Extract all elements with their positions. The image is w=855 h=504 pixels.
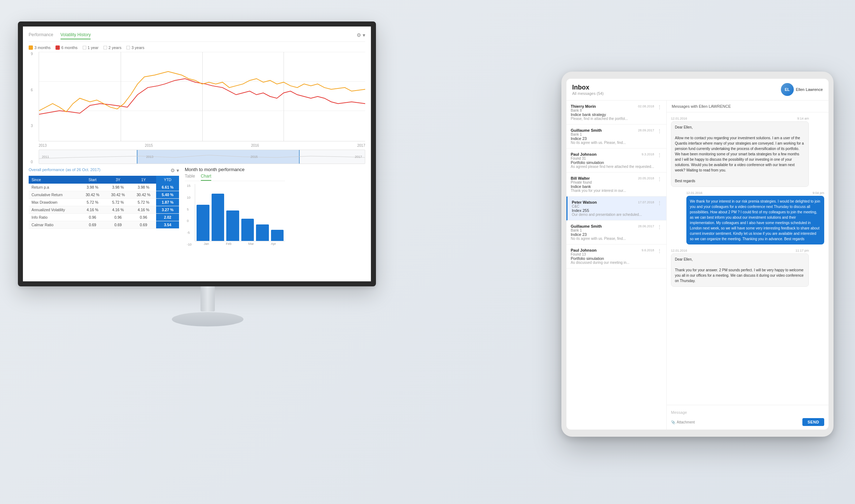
legend-2years[interactable]: 2 years <box>103 45 121 50</box>
monthly-title: Month to month performance <box>185 167 285 172</box>
thread-bubble: Dear Ellen,Allow me to contact you regar… <box>671 121 809 187</box>
msg-date: 20.05.2018 <box>638 176 654 180</box>
message-options-icon[interactable]: ⋮ <box>657 248 662 254</box>
message-item[interactable]: Peter Watson 17.07.2018 C&C Index 255 Ou… <box>566 197 666 220</box>
thread-msg-date: 12.01.2016 <box>671 117 687 120</box>
attachment-button[interactable]: 📎 Attachment <box>671 420 695 424</box>
legend-3months[interactable]: 3 months <box>29 45 50 50</box>
monthly-tab-chart[interactable]: Chart <box>201 174 211 181</box>
legend-6months[interactable]: ✓ 6 months <box>55 45 77 50</box>
message-input[interactable]: Message <box>671 409 824 416</box>
msg-info: Paul Johnson 9.3.2018 Found 31 Portfolio… <box>571 152 654 169</box>
col-start: Start <box>80 176 105 184</box>
msg-info: Bill Walter 20.05.2018 Private found Ind… <box>571 176 654 193</box>
legend-3months-icon <box>29 45 33 50</box>
table-row: 30.42 % <box>80 191 105 199</box>
legend-3months-label: 3 months <box>34 45 50 50</box>
message-options-icon[interactable]: ⋮ <box>657 176 662 182</box>
msg-preview: Our demo and presentation are scheduled.… <box>572 213 654 217</box>
msg-subject: Portfolio simulation <box>571 160 654 165</box>
avatar[interactable]: EL <box>781 83 794 96</box>
x-label-2016: 2016 <box>251 144 259 147</box>
thread-msg-header: 12.01.2016 11:17 pm <box>671 249 809 252</box>
monthly-tab-table[interactable]: Table <box>185 174 195 181</box>
table-row: 4.16 % <box>105 206 131 214</box>
y-label-0: 0 <box>31 160 33 164</box>
legend-2years-label: 2 years <box>108 45 121 50</box>
desktop-monitor: Performance Volatility History ⚙ ▾ 3 mon… <box>18 21 397 326</box>
msg-preview: As discussed during our meeting in... <box>571 261 654 265</box>
x-label-2013: 2013 <box>39 144 47 147</box>
message-options-icon[interactable]: ⋮ <box>657 152 662 158</box>
message-options-icon[interactable]: ⋮ <box>657 200 662 206</box>
msg-preview: Thank you for your interest in our... <box>571 189 654 193</box>
msg-date: 9.3.2018 <box>642 152 654 156</box>
thread-messages: 12.01.2016 9:14 am Dear Ellen,Allow me t… <box>667 112 829 405</box>
col-3y: 3Y <box>105 176 131 184</box>
message-item[interactable]: Thierry Morin 02.08.2018 Bank 8 Indice b… <box>566 101 666 125</box>
tab-volatility[interactable]: Volatility History <box>61 32 91 39</box>
table-row: 0.96 <box>131 214 156 221</box>
col-ytd: YTD <box>156 176 179 184</box>
table-row: 4.16 % <box>80 206 105 214</box>
msg-sender: Thierry Morin <box>571 104 596 108</box>
msg-info: Guillaume Smith 28.09.2017 Bank 1 Indice… <box>571 128 654 145</box>
bar-5 <box>271 230 284 241</box>
message-item[interactable]: Bill Walter 20.05.2018 Private found Ind… <box>566 173 666 197</box>
performance-settings-icon[interactable]: ⚙ ▾ <box>170 168 179 173</box>
message-options-icon[interactable]: ⋮ <box>657 104 662 110</box>
bar-3 <box>241 219 254 241</box>
legend-3years[interactable]: 3 years <box>126 45 144 50</box>
message-options-icon[interactable]: ⋮ <box>657 224 662 230</box>
performance-title: Overall performance (as of 26 Oct. 2017) <box>29 167 101 172</box>
thread-msg-date: 12.01.2016 <box>686 191 702 195</box>
legend-3years-checkbox <box>126 46 130 49</box>
col-since: Since <box>29 176 80 184</box>
legend-6months-label: 6 months <box>61 45 77 50</box>
table-row: 3.98 % <box>80 184 105 191</box>
y-label-3: 3 <box>31 124 33 128</box>
performance-subtitle: (as of 26 Oct. 2017) <box>66 168 100 172</box>
range-selector[interactable]: 2011 2013 2015 2017 <box>39 150 365 164</box>
scene: Performance Volatility History ⚙ ▾ 3 mon… <box>0 0 855 504</box>
bar-chart-container: 15 10 5 0 -5 -10 Jan Feb <box>195 184 285 246</box>
x-label-2015: 2015 <box>145 144 153 147</box>
msg-date: 17.07.2018 <box>638 200 654 204</box>
table-row: 3.98 % <box>105 184 131 191</box>
tablet: Inbox All messages (54) EL Ellen Lawrenc… <box>561 72 834 437</box>
message-item[interactable]: Paul Johnson 9.6.2018 Found 13 Portfolio… <box>566 244 666 268</box>
send-button[interactable]: SEND <box>802 418 824 426</box>
table-row-ytd: 3.54 <box>156 221 179 229</box>
table-row: 0.69 <box>131 221 156 229</box>
thread-msg-time: 9:14 am <box>797 117 809 120</box>
message-options-icon[interactable]: ⋮ <box>657 128 662 134</box>
message-item[interactable]: Paul Johnson 9.3.2018 Found 31 Portfolio… <box>566 149 666 173</box>
msg-info: Peter Watson 17.07.2018 C&C Index 255 Ou… <box>572 200 654 217</box>
chart-x-labels: 2013 2015 2016 2017 <box>39 143 365 148</box>
tablet-screen: Inbox All messages (54) EL Ellen Lawrenc… <box>566 79 829 430</box>
y-label-9: 9 <box>31 52 33 56</box>
table-row: Cumulative Return <box>29 191 80 199</box>
legend-1year[interactable]: 1 year <box>83 45 99 50</box>
legend-3years-label: 3 years <box>131 45 144 50</box>
settings-icon[interactable]: ⚙ ▾ <box>357 32 365 39</box>
chart-y-labels: 9 6 3 0 <box>31 52 33 164</box>
msg-date: 28.06.2017 <box>638 224 654 228</box>
table-row: 0.96 <box>105 214 131 221</box>
user-name: Ellen Lawrence <box>796 87 823 92</box>
chart-legend: 3 months ✓ 6 months 1 year 2 years <box>29 45 365 50</box>
table-row: 0.69 <box>105 221 131 229</box>
msg-date: 02.08.2018 <box>638 105 654 108</box>
message-item[interactable]: Guillaume Smith 28.06.2017 Bank 1 Indice… <box>566 220 666 244</box>
msg-preview: No its agree with us. Please, find... <box>571 237 654 241</box>
msg-subject: Index 255 <box>572 208 654 213</box>
attachment-label: Attachment <box>677 420 695 424</box>
volatility-chart-container: 9 6 3 0 <box>39 52 365 164</box>
yellow-line-chart <box>39 52 365 141</box>
msg-subject: Portfolio simulation <box>571 256 654 261</box>
table-row: 4.16 % <box>131 206 156 214</box>
tab-performance[interactable]: Performance <box>29 32 53 39</box>
msg-company: C&C <box>572 204 654 208</box>
message-item[interactable]: Guillaume Smith 28.09.2017 Bank 1 Indice… <box>566 125 666 149</box>
monthly-tabs: Table Chart <box>185 174 285 181</box>
